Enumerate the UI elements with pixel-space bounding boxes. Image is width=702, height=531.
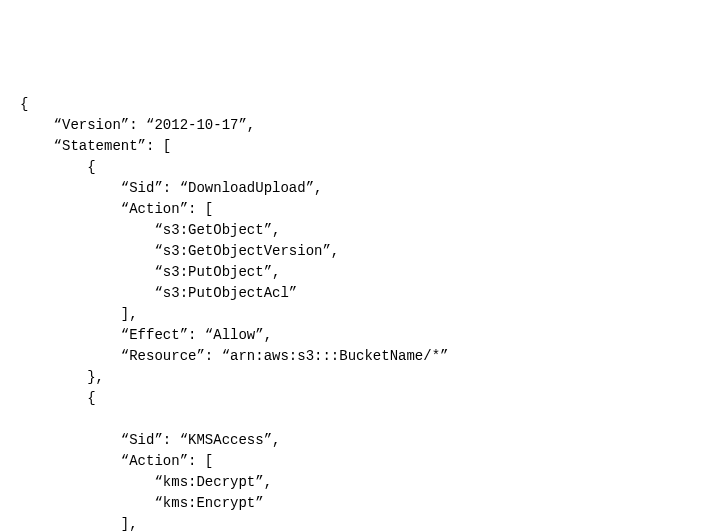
code-line: “Sid”: “KMSAccess”, xyxy=(20,432,280,448)
code-line: “Resource”: “arn:aws:s3:::BucketName/*” xyxy=(20,348,448,364)
code-line: “Action”: [ xyxy=(20,453,213,469)
code-line: { xyxy=(20,159,96,175)
code-line: “kms:Decrypt”, xyxy=(20,474,272,490)
code-line: ], xyxy=(20,516,138,531)
code-line: “Version”: “2012-10-17”, xyxy=(20,117,255,133)
code-line: }, xyxy=(20,369,104,385)
code-block: { “Version”: “2012-10-17”, “Statement”: … xyxy=(20,94,682,531)
code-line: { xyxy=(20,390,96,406)
code-line: “s3:PutObject”, xyxy=(20,264,280,280)
code-line: “Effect”: “Allow”, xyxy=(20,327,272,343)
code-line: “Sid”: “DownloadUpload”, xyxy=(20,180,322,196)
code-line: “Statement”: [ xyxy=(20,138,171,154)
code-line: ], xyxy=(20,306,138,322)
code-line: { xyxy=(20,96,28,112)
code-line: “kms:Encrypt” xyxy=(20,495,264,511)
code-line: “s3:GetObjectVersion”, xyxy=(20,243,339,259)
code-line: “s3:GetObject”, xyxy=(20,222,280,238)
code-line: “Action”: [ xyxy=(20,201,213,217)
code-line: “s3:PutObjectAcl” xyxy=(20,285,297,301)
